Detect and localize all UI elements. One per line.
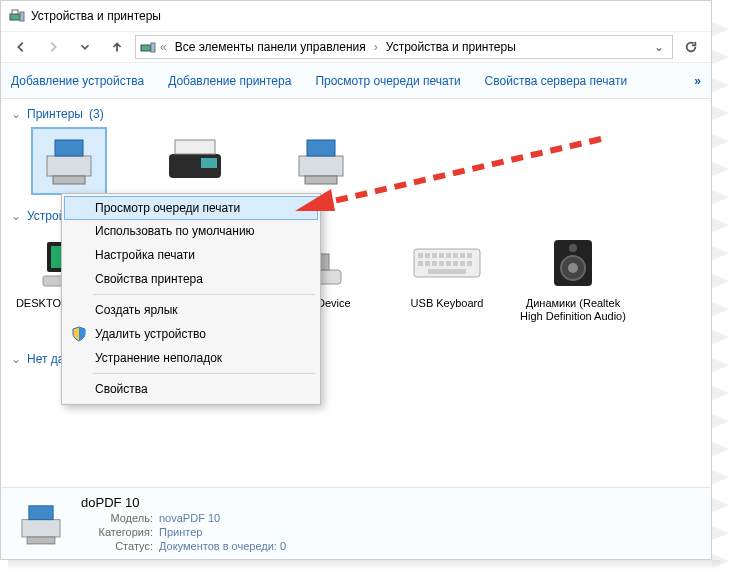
details-model-val: novaPDF 10 xyxy=(159,512,220,524)
svg-point-43 xyxy=(568,263,578,273)
details-category-key: Категория: xyxy=(81,526,153,538)
svg-rect-34 xyxy=(432,261,437,266)
address-dropdown-icon[interactable]: ⌄ xyxy=(650,40,668,54)
breadcrumb-prefix: « xyxy=(160,40,167,54)
svg-rect-46 xyxy=(29,505,53,519)
navbar: « Все элементы панели управления › Устро… xyxy=(1,31,711,63)
forward-button[interactable] xyxy=(39,34,67,60)
svg-rect-47 xyxy=(27,537,55,544)
svg-rect-38 xyxy=(460,261,465,266)
svg-rect-33 xyxy=(425,261,430,266)
printer-icon xyxy=(285,129,357,193)
up-button[interactable] xyxy=(103,34,131,60)
chevron-down-icon: ⌄ xyxy=(11,209,21,223)
svg-rect-0 xyxy=(10,14,20,20)
menu-item-label: Использовать по умолчанию xyxy=(95,224,255,238)
menu-item-properties[interactable]: Свойства xyxy=(65,377,317,401)
speaker-icon xyxy=(537,231,609,295)
svg-rect-26 xyxy=(432,253,437,258)
refresh-button[interactable] xyxy=(677,34,705,60)
device-item[interactable]: Динамики (Realtek High Definition Audio) xyxy=(519,231,627,323)
printer-item[interactable] xyxy=(267,129,375,193)
print-server-properties-link[interactable]: Свойства сервера печати xyxy=(485,74,628,88)
menu-separator xyxy=(93,294,315,295)
printer-item[interactable] xyxy=(15,129,123,193)
details-status-key: Статус: xyxy=(81,540,153,552)
chevron-right-icon: › xyxy=(374,40,378,54)
menu-item-label: Свойства xyxy=(95,382,148,396)
details-model-key: Модель: xyxy=(81,512,153,524)
menu-item-label: Создать ярлык xyxy=(95,303,178,317)
view-print-queue-link[interactable]: Просмотр очереди печати xyxy=(315,74,460,88)
devices-printers-icon xyxy=(9,8,25,24)
group-count: (3) xyxy=(89,107,104,121)
breadcrumb-2[interactable]: Устройства и принтеры xyxy=(382,40,520,54)
svg-rect-27 xyxy=(439,253,444,258)
menu-item-label: Свойства принтера xyxy=(95,272,203,286)
address-bar[interactable]: « Все элементы панели управления › Устро… xyxy=(135,35,673,59)
printer-item[interactable] xyxy=(141,129,249,193)
window-shadow xyxy=(712,8,730,568)
menu-item-print-prefs[interactable]: Настройка печати xyxy=(65,243,317,267)
device-label: Динамики (Realtek High Definition Audio) xyxy=(519,297,627,323)
svg-rect-35 xyxy=(439,261,444,266)
keyboard-icon xyxy=(411,231,483,295)
svg-rect-2 xyxy=(12,10,18,14)
recent-locations-button[interactable] xyxy=(71,34,99,60)
details-name: doPDF 10 xyxy=(81,495,286,510)
group-label: Принтеры xyxy=(27,107,83,121)
menu-item-troubleshoot[interactable]: Устранение неполадок xyxy=(65,346,317,370)
menu-item-printer-props[interactable]: Свойства принтера xyxy=(65,267,317,291)
device-label: USB Keyboard xyxy=(411,297,484,310)
details-info: doPDF 10 Модель:novaPDF 10 Категория:При… xyxy=(81,495,286,552)
svg-rect-7 xyxy=(53,176,85,184)
toolbar: Добавление устройства Добавление принтер… xyxy=(1,63,711,99)
svg-rect-12 xyxy=(307,140,335,156)
add-printer-link[interactable]: Добавление принтера xyxy=(168,74,291,88)
details-pane: doPDF 10 Модель:novaPDF 10 Категория:При… xyxy=(1,487,711,559)
menu-separator xyxy=(93,373,315,374)
toolbar-overflow-button[interactable]: » xyxy=(694,74,701,88)
svg-rect-13 xyxy=(305,176,337,184)
chevron-down-icon: ⌄ xyxy=(11,107,21,121)
svg-rect-11 xyxy=(299,156,343,176)
svg-rect-40 xyxy=(428,269,466,274)
window: Устройства и принтеры « Все элементы пан… xyxy=(0,0,712,560)
menu-item-set-default[interactable]: Использовать по умолчанию xyxy=(65,219,317,243)
menu-item-create-shortcut[interactable]: Создать ярлык xyxy=(65,298,317,322)
window-title: Устройства и принтеры xyxy=(31,9,161,23)
device-item[interactable]: USB Keyboard xyxy=(393,231,501,310)
menu-item-remove-device[interactable]: Удалить устройство xyxy=(65,322,317,346)
svg-rect-5 xyxy=(47,156,91,176)
breadcrumb-1[interactable]: Все элементы панели управления xyxy=(171,40,370,54)
svg-rect-9 xyxy=(175,140,215,154)
add-device-link[interactable]: Добавление устройства xyxy=(11,74,144,88)
svg-rect-31 xyxy=(467,253,472,258)
svg-rect-6 xyxy=(55,140,83,156)
svg-rect-28 xyxy=(446,253,451,258)
details-category-val: Принтер xyxy=(159,526,202,538)
svg-rect-37 xyxy=(453,261,458,266)
svg-rect-29 xyxy=(453,253,458,258)
titlebar: Устройства и принтеры xyxy=(1,1,711,31)
fax-icon xyxy=(159,129,231,193)
svg-rect-39 xyxy=(467,261,472,266)
context-menu: Просмотр очереди печати Использовать по … xyxy=(61,193,321,405)
group-header-printers[interactable]: ⌄ Принтеры (3) xyxy=(1,105,711,123)
svg-rect-25 xyxy=(425,253,430,258)
menu-item-label: Удалить устройство xyxy=(95,327,206,341)
svg-rect-36 xyxy=(446,261,451,266)
svg-rect-4 xyxy=(151,43,155,52)
menu-item-label: Устранение неполадок xyxy=(95,351,222,365)
svg-rect-30 xyxy=(460,253,465,258)
svg-rect-1 xyxy=(20,12,24,21)
menu-item-view-queue[interactable]: Просмотр очереди печати xyxy=(64,196,318,220)
back-button[interactable] xyxy=(7,34,35,60)
menu-item-label: Просмотр очереди печати xyxy=(95,201,240,215)
details-status-val: Документов в очереди: 0 xyxy=(159,540,286,552)
menu-item-label: Настройка печати xyxy=(95,248,195,262)
printer-icon xyxy=(15,498,67,550)
svg-rect-24 xyxy=(418,253,423,258)
shield-icon xyxy=(71,326,87,342)
svg-rect-10 xyxy=(201,158,217,168)
